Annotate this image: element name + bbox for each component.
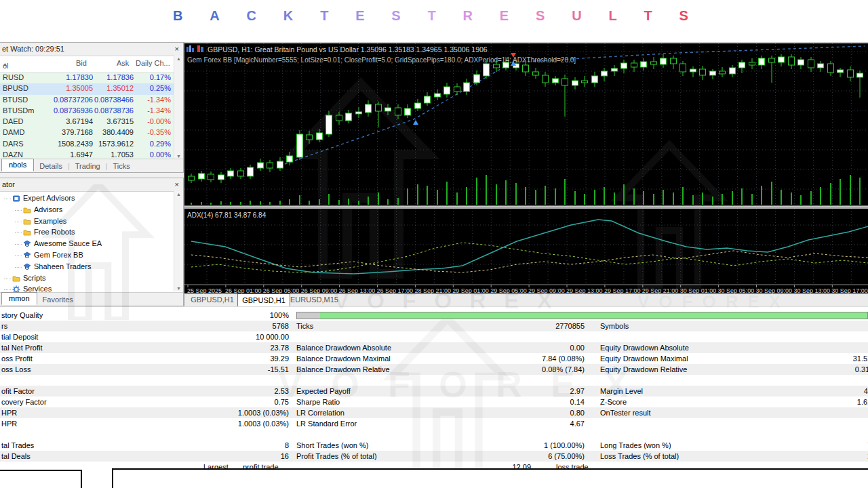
folder-icon xyxy=(12,274,20,283)
navigator-scrollbar[interactable]: ▲ ▼ xyxy=(174,191,183,291)
navigator-item-advisors[interactable]: Advisors xyxy=(0,205,183,216)
title-letter: A xyxy=(210,8,219,24)
title-letter: K xyxy=(283,8,293,24)
scroll-down-icon[interactable]: ▼ xyxy=(174,286,183,291)
close-icon[interactable]: × xyxy=(175,178,179,191)
market-watch-row[interactable]: BPUSD1.350051.350120.25% xyxy=(0,83,183,94)
market-watch-tabs: nbolsDetails|Trading|Ticks xyxy=(0,159,183,172)
time-axis-label: 30 Sep 09:00 xyxy=(756,287,793,293)
chart-tab-eurusd-m15[interactable]: EURUSD,M15 xyxy=(290,293,336,306)
market-watch-rows: RUSD1.178301.178360.17%BPUSD1.350051.350… xyxy=(0,73,183,161)
tree-connector xyxy=(15,244,22,245)
pane-splitter[interactable] xyxy=(184,206,868,209)
market-watch-header[interactable]: ol ▲ Bid Ask Daily Ch... xyxy=(0,56,183,73)
scroll-down-icon[interactable]: ▼ xyxy=(174,154,183,159)
stat-label: Symbols xyxy=(600,322,629,330)
tab-favorites[interactable]: Favorites xyxy=(37,296,79,304)
daily-change-value: 0.00% xyxy=(6,150,171,159)
title-letter: S xyxy=(391,8,400,24)
navigator-item-label: Awesome Sauce EA xyxy=(34,239,102,247)
navigator-item-label: Expert Advisors xyxy=(23,194,75,202)
tab-mmon[interactable]: mmon xyxy=(1,292,37,305)
stat-value: 6 (75.00%) xyxy=(434,452,585,460)
navigator-item-gem-forex-bb[interactable]: Gem Forex BB xyxy=(0,250,183,262)
tab-details[interactable]: Details xyxy=(34,162,68,170)
stat-value: 39.29 xyxy=(156,354,289,363)
stat-value: 0.75 xyxy=(156,398,289,406)
time-axis-label: 26 Sep 13:00 xyxy=(339,287,376,293)
stat-label: OnTester result xyxy=(600,409,651,417)
title-letter: T xyxy=(644,8,652,24)
column-daily-change[interactable]: Daily Ch... xyxy=(136,59,170,67)
chart-tab-gbpusd-h1[interactable]: GBPUSD,H1 xyxy=(188,293,237,306)
navigator-item-expert-advisors[interactable]: Expert Advisors xyxy=(0,193,183,205)
market-watch-row[interactable]: RUSD1.178301.178360.17% xyxy=(0,73,183,83)
stat-label: story Quality xyxy=(1,311,43,319)
column-ask[interactable]: Ask xyxy=(117,59,129,67)
expert-advisor-icon xyxy=(23,251,31,260)
adx-indicator-label: ADX(14) 67.81 34.87 6.84 xyxy=(187,211,267,219)
stat-label: LR Correlation xyxy=(296,409,344,417)
chart-window[interactable]: GBPUSD, H1: Great Britain Pound vs US Do… xyxy=(184,42,868,295)
folder-icon xyxy=(23,228,31,237)
stat-label: rs xyxy=(1,322,7,330)
progress-bar-head xyxy=(297,312,320,319)
navigator-item-label: Scripts xyxy=(23,274,46,282)
stat-label: Long Trades (won %) xyxy=(600,441,671,449)
scroll-up-icon[interactable]: ▲ xyxy=(174,192,183,197)
tab-ticks[interactable]: Ticks xyxy=(108,162,136,170)
daily-change-value: -1.34% xyxy=(6,96,171,104)
time-axis-label: 29 Sep 13:00 xyxy=(566,287,603,293)
market-watch-row[interactable]: DARS1508.24391573.96120.29% xyxy=(0,139,183,150)
title-letter: E xyxy=(355,8,364,24)
market-watch-row[interactable]: BTUSDm0.087369360.08738736-1.34% xyxy=(0,106,183,117)
title-letter: S xyxy=(679,8,688,24)
navigator-item-examples[interactable]: Examples xyxy=(0,216,183,228)
market-watch-row[interactable]: BTUSD0.087372060.08738466-1.34% xyxy=(0,95,183,106)
navigator-item-label: Advisors xyxy=(34,205,62,214)
stat-value: 7 ( xyxy=(732,441,868,449)
market-watch-row[interactable]: DAED3.671943.67315-0.00% xyxy=(0,117,183,127)
time-axis-label: 30 Sep 17:00 xyxy=(831,287,868,293)
stat-value: 2.97 xyxy=(434,387,585,395)
chart-tab-gbpusd-h1[interactable]: GBPUSD,H1 xyxy=(237,293,290,307)
close-icon[interactable]: × xyxy=(175,43,179,56)
stat-value: 100% xyxy=(156,311,289,319)
stat-label: Balance Drawdown Relative xyxy=(296,365,390,373)
navigator-item-awesome-sauce-ea[interactable]: Awesome Sauce EA xyxy=(0,239,183,250)
tree-connector xyxy=(4,199,11,199)
chart-title: GBPUSD, H1: Great Britain Pound vs US Do… xyxy=(208,45,488,54)
column-bid[interactable]: Bid xyxy=(76,59,93,67)
stat-value: 2.53 xyxy=(156,387,289,395)
daily-change-value: 0.25% xyxy=(6,84,171,92)
market-watch-row[interactable]: DAMD379.7168380.4409-0.35% xyxy=(0,127,183,138)
time-axis-label: 25 Sep 2025 xyxy=(187,287,222,293)
market-watch-scrollbar[interactable]: ▲ ▼ xyxy=(174,56,183,159)
tab-nbols[interactable]: nbols xyxy=(1,159,34,171)
stat-value: 1.62 ( xyxy=(732,398,868,406)
tree-connector xyxy=(15,267,22,268)
navigator-item-free-robots[interactable]: Free Robots xyxy=(0,227,183,239)
expert-advisors-root-icon xyxy=(12,195,20,203)
stat-label: HPR xyxy=(1,409,17,417)
navigator-tabs: mmonFavorites xyxy=(0,292,183,306)
stat-label: Balance Drawdown Maximal xyxy=(296,354,391,363)
tab-trading[interactable]: Trading xyxy=(70,162,106,170)
folder-icon xyxy=(23,218,31,226)
navigator-item-shaheen-traders[interactable]: Shaheen Traders xyxy=(0,262,183,273)
stat-label: Margin Level xyxy=(600,387,643,395)
stat-value: 1 (100.00%) xyxy=(434,441,585,449)
time-axis-label: 28 Sep 21:00 xyxy=(414,287,451,293)
daily-change-value: -1.34% xyxy=(6,106,171,115)
navigator-tree: Expert AdvisorsAdvisorsExamplesFree Robo… xyxy=(0,192,183,296)
navigator-item-scripts[interactable]: Scripts xyxy=(0,273,183,285)
backtest-results-table: story Quality100%rs5768Ticks2770855Symbo… xyxy=(0,306,868,488)
stat-value: 0.00 xyxy=(434,344,585,352)
chart-canvas[interactable]: GBPUSD, H1: Great Britain Pound vs US Do… xyxy=(184,43,868,293)
stat-value: 1.0003 (0.03%) xyxy=(156,420,289,428)
market-watch-panel: et Watch: 09:29:51 × ol ▲ Bid Ask Daily … xyxy=(0,42,184,173)
market-watch-titlebar: et Watch: 09:29:51 × xyxy=(0,43,183,56)
navigator-title: ator xyxy=(2,180,15,188)
scroll-up-icon[interactable]: ▲ xyxy=(174,56,183,61)
title-letter: U xyxy=(572,8,581,24)
